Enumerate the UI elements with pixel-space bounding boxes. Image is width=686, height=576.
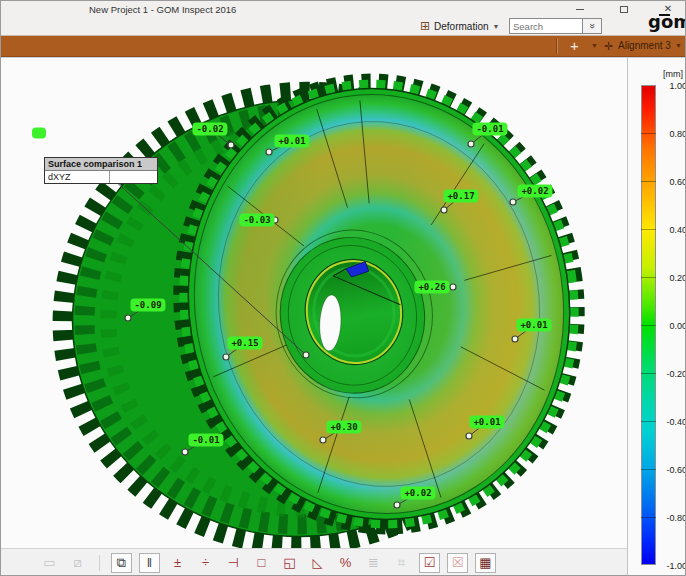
annotation-badge[interactable]: +0.01 — [516, 319, 551, 332]
gom-logo: gom — [648, 11, 686, 35]
colorbar-tick-label: 0.60 — [658, 177, 686, 187]
frame-icon: ⌗ — [391, 553, 412, 573]
colorbar-tick-label: 1.00 — [658, 81, 686, 91]
annotation-badge[interactable]: +0.02 — [517, 185, 552, 198]
alignment-icon: ✛ — [604, 36, 613, 56]
snapshot-icon[interactable]: ⧉ — [111, 553, 132, 573]
search-input[interactable] — [510, 19, 582, 33]
deviation-flag-icon[interactable]: ± — [167, 553, 188, 573]
annotation-badge[interactable]: +0.26 — [414, 281, 449, 294]
colorbar-tick-mark — [641, 133, 656, 134]
chart-box-icon[interactable]: ◱ — [279, 553, 300, 573]
colorbar-tick-mark — [641, 181, 656, 182]
maximize-icon — [620, 6, 628, 13]
alignment-dropdown-caret[interactable]: ▼ — [675, 36, 682, 56]
angle-ruler-icon[interactable]: ◺ — [307, 553, 328, 573]
section-lines-icon: ≣ — [363, 553, 384, 573]
colorbar-tick-mark — [641, 229, 656, 230]
edit-plane-icon: ⧄ — [67, 553, 88, 573]
label-icon: ▭ — [39, 553, 60, 573]
colorbar-tick-label: 0.00 — [658, 321, 686, 331]
alignment-label: Alignment 3 — [618, 36, 671, 56]
annotation-badge[interactable]: -0.09 — [130, 299, 165, 312]
discard-icon: ☒ — [447, 553, 468, 573]
window-title: New Project 1 - GOM Inspect 2016 — [89, 4, 236, 15]
minimize-icon — [576, 9, 584, 10]
surface-comparison-mode: dXYZ — [45, 171, 109, 183]
zoom-box-icon[interactable]: □ — [251, 553, 272, 573]
maximize-button[interactable] — [617, 3, 631, 15]
colorbar-tick-label: -0.60 — [658, 465, 686, 475]
colorbar-tick-mark — [641, 517, 656, 518]
colorbar-tick-label: -1.00 — [658, 561, 686, 571]
annotation-lines — [1, 58, 627, 548]
colorbar-panel: [mm] 1.000.800.600.400.200.00-0.20-0.40-… — [627, 57, 686, 576]
annotation-badge[interactable] — [32, 128, 46, 139]
add-button[interactable]: + — [566, 36, 583, 56]
annotation-badge[interactable]: -0.01 — [188, 434, 223, 447]
colorbar-tick-label: 0.40 — [658, 225, 686, 235]
colorbar-tick-mark — [641, 325, 656, 326]
colorbar-tick-mark — [641, 277, 656, 278]
bottom-toolbar: ▭⧄⧉‖±÷⊣□◱◺%≣⌗☑☒▦ — [1, 548, 627, 576]
deformation-icon: ⊞ — [420, 20, 430, 32]
toolbar-separator — [99, 555, 100, 571]
colorbar-tick-label: -0.20 — [658, 369, 686, 379]
app-window: New Project 1 - GOM Inspect 2016 ✕ ⊞ Def… — [0, 0, 686, 576]
colorbar-tick-mark — [641, 469, 656, 470]
colorbar-tick-mark — [641, 373, 656, 374]
chevron-down-icon: ▼ — [493, 23, 500, 30]
viewport-3d[interactable]: Surface comparison 1 dXYZ -0.02+0.01-0.0… — [1, 57, 627, 548]
surface-comparison-title: Surface comparison 1 — [45, 158, 157, 171]
main-toolbar: + ▼ ✛ Alignment 3 ▼ — [1, 35, 685, 57]
deviation-split-icon[interactable]: ÷ — [195, 553, 216, 573]
toolbar-divider — [556, 39, 557, 54]
annotation-badge[interactable]: +0.15 — [227, 337, 262, 350]
gom-logo-bar — [659, 14, 670, 16]
add-dropdown-caret[interactable]: ▼ — [591, 36, 598, 56]
percent-icon[interactable]: % — [335, 553, 356, 573]
annotation-badge[interactable]: -0.02 — [192, 123, 227, 136]
annotation-badge[interactable]: -0.01 — [472, 123, 507, 136]
search-expand-button[interactable]: » — [582, 19, 601, 33]
colorbar-tick-label: -0.40 — [658, 417, 686, 427]
caliper-icon[interactable]: ⊣ — [223, 553, 244, 573]
deformation-label: Deformation — [434, 21, 488, 32]
annotation-badge[interactable]: -0.03 — [239, 214, 274, 227]
menu-row: ⊞ Deformation ▼ » gom — [1, 17, 685, 35]
minimize-button[interactable] — [573, 3, 587, 15]
colorbar-tick-mark — [641, 421, 656, 422]
colorbar-tick-label: 0.80 — [658, 129, 686, 139]
surface-comparison-body: dXYZ — [45, 171, 157, 183]
annotation-badge[interactable]: +0.01 — [469, 416, 504, 429]
annotation-badge[interactable]: +0.17 — [443, 190, 478, 203]
titlebar: New Project 1 - GOM Inspect 2016 ✕ — [1, 1, 685, 17]
colorbar-tick-label: 0.20 — [658, 273, 686, 283]
colorbar-tick-label: -0.80 — [658, 513, 686, 523]
annotation-badge[interactable]: +0.01 — [274, 135, 309, 148]
apply-check-icon[interactable]: ☑ — [419, 553, 440, 573]
annotation-badge[interactable]: +0.02 — [400, 487, 435, 500]
annotation-badge[interactable]: +0.30 — [326, 421, 361, 434]
colorbar-unit-label: [mm] — [628, 69, 683, 79]
histogram-icon[interactable]: ‖ — [139, 553, 160, 573]
search-box: » — [509, 18, 602, 34]
double-chevron-icon: » — [585, 23, 599, 29]
deformation-dropdown[interactable]: ⊞ Deformation ▼ — [420, 17, 499, 35]
surface-comparison-value-cell — [109, 171, 157, 183]
grid-icon[interactable]: ▦ — [475, 553, 496, 573]
surface-comparison-label[interactable]: Surface comparison 1 dXYZ — [44, 157, 158, 184]
